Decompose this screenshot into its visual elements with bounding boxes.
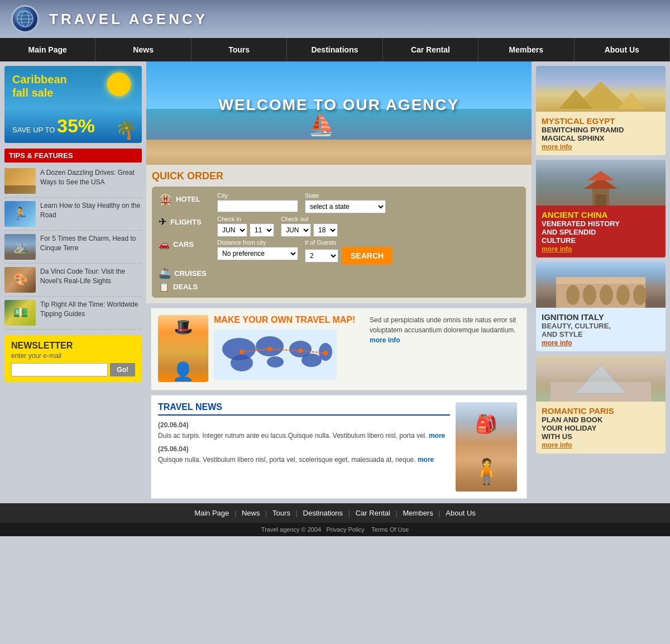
italy-more-link[interactable]: more info [542,339,572,347]
tip-text-1: A Dozen Dazzling Drives: Great Ways to S… [40,168,142,187]
svg-rect-25 [556,277,645,284]
tip-item-1[interactable]: A Dozen Dazzling Drives: Great Ways to S… [4,165,142,198]
footer-destinations[interactable]: Destinations [303,509,343,517]
colosseum-svg [545,271,657,308]
city-input[interactable] [217,200,298,212]
logo-globe [11,5,39,33]
paris-sub3: WITH US [542,432,660,441]
search-button[interactable]: SEARCH [342,247,393,265]
news-photo: 🎒 🧍 [456,402,520,492]
cars-label[interactable]: CARS [173,240,194,249]
svg-point-11 [302,354,322,367]
tip-text-3: For 5 Times the Charm, Head to Cinque Te… [40,234,142,253]
egypt-more-link[interactable]: more info [542,143,572,151]
china-image [536,160,666,206]
destination-china[interactable]: ANCIENT CHINA VENERATED HISTORY AND SPLE… [536,160,666,257]
italy-sub1: BEAUTY, CULTURE, [542,322,660,330]
china-sub1: VENERATED HISTORY [542,220,660,228]
distance-select[interactable]: No preference [217,247,298,260]
newsletter-go-button[interactable]: Go! [110,363,135,376]
tip-item-4[interactable]: 🎨 Da Vinci Code Tour: Visit the Novel's … [4,264,142,297]
news-more-link-1[interactable]: more [429,432,445,440]
destination-egypt[interactable]: MYSTICAL EGYPT BEWITCHING PYRAMID MAGICA… [536,66,666,155]
quick-order-section: QUICK ORDER 🏨 HOTEL City State [146,165,532,303]
footer-about-us[interactable]: About Us [446,509,475,517]
tip-text-5: Tip Right All the Time: Worldwide Tippin… [40,300,142,319]
footer-sep-4: | [348,509,350,517]
news-text-1: Duis ac turpis. Integer rutrum ante eu l… [158,431,450,441]
tip-item-5[interactable]: 💵 Tip Right All the Time: Worldwide Tipp… [4,297,142,330]
china-more-link[interactable]: more info [542,245,572,253]
nav-main-page[interactable]: Main Page [0,38,95,61]
egypt-image [536,66,666,112]
news-date-1: (20.06.04) [158,421,450,429]
tip-thumb-4: 🎨 [4,267,36,293]
svg-point-30 [633,285,647,305]
newsletter-box: NEWSLETTER enter your e-mail Go! [4,335,142,382]
newsletter-email-input[interactable] [11,363,108,376]
flights-label[interactable]: FLIGHTS [170,218,202,226]
paris-sub2: YOUR HOLIDAY [542,424,660,432]
checkout-month-select[interactable]: JUN [281,223,311,237]
destination-italy[interactable]: IGNITION ITALY BEAUTY, CULTURE, AND STYL… [536,262,666,351]
checkin-day-select[interactable]: 11 [250,223,274,237]
cars-icon: 🚗 [159,239,170,250]
footer-sep-3: | [296,509,298,517]
news-more-link-2[interactable]: more [418,456,434,464]
deals-label[interactable]: DEALS [173,283,198,291]
tip-text-2: Learn How to Stay Healthy on the Road [40,201,142,220]
checkin-month-select[interactable]: JUN [217,223,247,237]
paris-sub1: PLAN AND BOOK [542,416,660,424]
guests-select[interactable]: 2 [305,249,338,263]
left-sidebar: Caribbeanfall sale 🌴 SAVE UP TO 35% TIPS… [0,61,146,503]
italy-sub2: AND STYLE [542,330,660,338]
pyramid-svg [545,78,657,112]
nav-about-us[interactable]: About Us [575,38,670,61]
nav-members[interactable]: Members [478,38,574,61]
footer-members[interactable]: Members [403,509,433,517]
destination-paris[interactable]: ROMANTIC PARIS PLAN AND BOOK YOUR HOLIDA… [536,356,666,454]
cruises-label[interactable]: CRUISES [174,269,207,278]
footer-main-page[interactable]: Main Page [194,509,229,517]
nav-news[interactable]: News [95,38,191,61]
nav-car-rental[interactable]: Car Rental [383,38,478,61]
state-select[interactable]: select a state [305,200,386,213]
site-title: TRAVEL AGENCY [49,11,208,28]
footer-sep-1: | [234,509,236,517]
svg-marker-19 [618,92,645,109]
main-nav: Main Page News Tours Destinations Car Re… [0,38,670,61]
globe-icon [16,10,34,28]
tip-item-3[interactable]: ⛰️ For 5 Times the Charm, Head to Cinque… [4,231,142,264]
checkin-label: Check in [217,216,274,222]
nav-tours[interactable]: Tours [192,38,287,61]
checkout-label: Check out [281,216,338,222]
footer-news[interactable]: News [242,509,260,517]
tip-item-2[interactable]: 🏃 Learn How to Stay Healthy on the Road [4,198,142,231]
footer-copy: Travel agency © 2004 Privacy Policy Term… [0,523,670,536]
map-person-figure: 🎩 👤 [158,315,208,382]
caribbean-ad: Caribbeanfall sale 🌴 SAVE UP TO 35% [4,66,142,143]
state-label: State [305,192,386,199]
travel-map-more-link[interactable]: more info [370,336,400,344]
hotel-label[interactable]: HOTEL [176,195,200,203]
egypt-sub2: MAGICAL SPHINX [542,134,660,142]
flights-icon: ✈ [159,216,167,228]
travel-map-description: Sed ut perspiciatis unde omnis iste natu… [370,316,516,334]
news-article-2: (25.06.04) Quisque nulla. Vestibulum lib… [158,445,450,465]
svg-point-29 [616,285,630,305]
city-label: City [217,192,298,199]
footer-terms-link[interactable]: Terms Of Use [371,526,409,533]
paris-more-link[interactable]: more info [542,441,572,449]
svg-point-14 [267,347,272,351]
footer-tours[interactable]: Tours [272,509,290,517]
footer-privacy-link[interactable]: Privacy Policy [326,526,364,533]
news-date-2: (25.06.04) [158,445,450,453]
guests-label: # of Guests [305,239,393,246]
travel-news-section: TRAVEL NEWS (20.06.04) Duis ac turpis. I… [151,395,527,499]
newsletter-subtitle: enter your e-mail [11,352,135,360]
tip-thumb-2: 🏃 [4,201,36,227]
footer-car-rental[interactable]: Car Rental [356,509,390,517]
footer-copy-text: Travel agency © 2004 [261,526,321,533]
nav-destinations[interactable]: Destinations [287,38,382,61]
checkout-day-select[interactable]: 18 [313,223,338,237]
